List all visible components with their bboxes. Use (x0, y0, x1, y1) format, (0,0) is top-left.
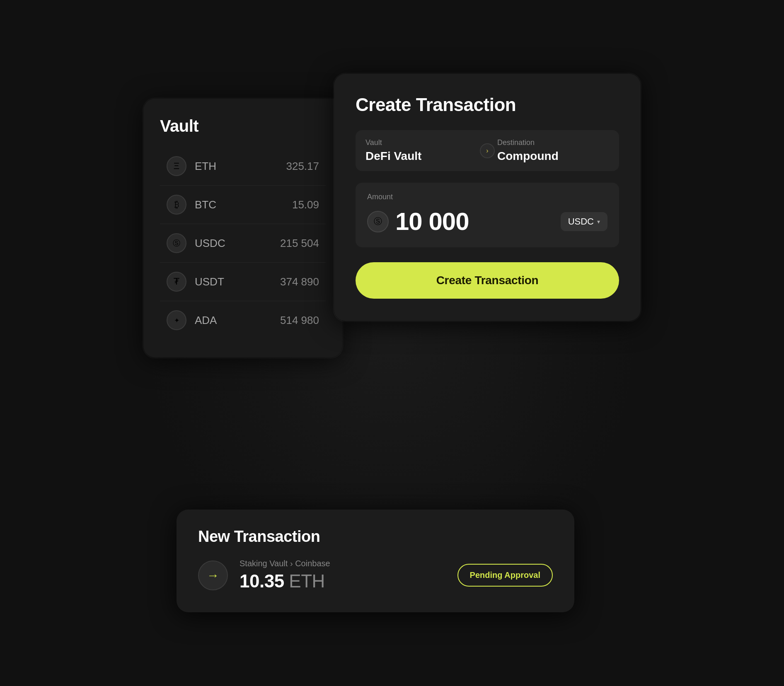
new-tx-amount: 10.35 ETH (240, 571, 446, 592)
asset-row-usdc[interactable]: Ⓢ USDC 215 504 (160, 226, 326, 261)
usdc-icon: Ⓢ (167, 233, 186, 253)
ada-icon: ✦ (167, 310, 186, 330)
destination-field-value: Compound (497, 150, 609, 163)
destination-field-label: Destination (497, 138, 609, 147)
new-transaction-title: New Transaction (198, 528, 553, 546)
ada-value: 514 980 (280, 314, 319, 327)
new-tx-to: Coinbase (295, 559, 330, 568)
currency-selector[interactable]: USDC ▾ (561, 212, 607, 231)
currency-label: USDC (568, 216, 594, 227)
amount-label: Amount (367, 193, 607, 201)
new-transaction-card: New Transaction → Staking Vault › Coinba… (177, 510, 574, 612)
vault-dest-arrow: › (480, 143, 495, 158)
vault-field[interactable]: Vault DeFi Vault (356, 130, 487, 171)
create-transaction-card: Create Transaction Vault DeFi Vault › De… (334, 74, 641, 321)
amount-row: Ⓢ 10 000 USDC ▾ (367, 207, 607, 236)
vault-title: Vault (160, 117, 326, 135)
divider-1 (160, 185, 326, 186)
usdt-icon: ₮ (167, 272, 186, 292)
new-tx-route-arrow: › (290, 559, 295, 568)
amount-left: Ⓢ 10 000 (367, 207, 469, 236)
usdt-value: 374 890 (280, 275, 319, 288)
btc-icon: ₿ (167, 195, 186, 215)
eth-icon: Ξ (167, 156, 186, 176)
btc-symbol: BTC (195, 198, 284, 211)
vault-card: Vault Ξ ETH 325.17 ₿ BTC 15.09 Ⓢ USDC 21… (143, 99, 342, 357)
amount-section[interactable]: Amount Ⓢ 10 000 USDC ▾ (356, 183, 619, 247)
asset-row-btc[interactable]: ₿ BTC 15.09 (160, 187, 326, 222)
usdc-value: 215 504 (280, 237, 319, 250)
amount-value: 10 000 (395, 207, 469, 236)
new-tx-amount-value: 10.35 (240, 571, 284, 591)
divider-4 (160, 301, 326, 301)
divider-3 (160, 262, 326, 263)
arrow-right-icon: → (207, 568, 219, 582)
new-tx-from: Staking Vault (240, 559, 288, 568)
vault-destination-row: Vault DeFi Vault › Destination Compound (356, 130, 619, 171)
new-transaction-info: Staking Vault › Coinbase 10.35 ETH (240, 559, 446, 592)
destination-field[interactable]: Destination Compound (487, 130, 619, 171)
asset-row-usdt[interactable]: ₮ USDT 374 890 (160, 264, 326, 299)
btc-value: 15.09 (292, 198, 319, 211)
pending-approval-badge[interactable]: Pending Approval (457, 564, 553, 587)
create-transaction-title: Create Transaction (356, 94, 619, 115)
usdc-symbol: USDC (195, 237, 272, 250)
ada-symbol: ADA (195, 314, 272, 327)
asset-row-ada[interactable]: ✦ ADA 514 980 (160, 303, 326, 338)
usdt-symbol: USDT (195, 275, 272, 288)
eth-symbol: ETH (195, 160, 278, 173)
vault-field-value: DeFi Vault (365, 150, 477, 163)
create-transaction-button[interactable]: Create Transaction (356, 262, 619, 299)
vault-field-label: Vault (365, 138, 477, 147)
new-tx-arrow-circle: → (198, 560, 228, 590)
asset-list: Ξ ETH 325.17 ₿ BTC 15.09 Ⓢ USDC 215 504 … (160, 149, 326, 338)
new-tx-asset: ETH (289, 571, 325, 591)
amount-coin-icon: Ⓢ (367, 211, 389, 232)
asset-row-eth[interactable]: Ξ ETH 325.17 (160, 149, 326, 184)
new-tx-route: Staking Vault › Coinbase (240, 559, 446, 568)
eth-value: 325.17 (286, 160, 319, 173)
divider-2 (160, 224, 326, 224)
new-transaction-row: → Staking Vault › Coinbase 10.35 ETH Pen… (198, 559, 553, 592)
chevron-down-icon: ▾ (597, 218, 600, 225)
